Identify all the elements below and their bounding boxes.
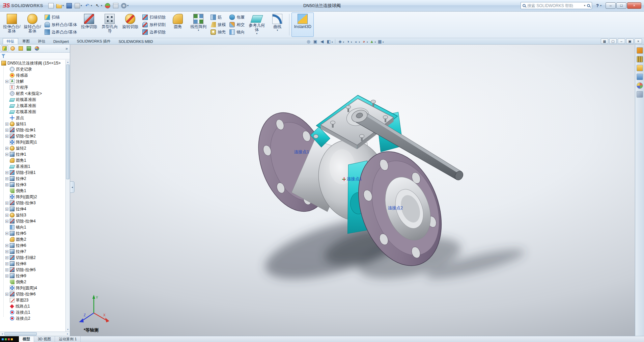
chevron-down-icon[interactable]: ▾ xyxy=(383,41,384,44)
open-button[interactable]: ▾ xyxy=(55,2,65,9)
options-button[interactable]: ▾ xyxy=(120,2,130,9)
tree-item[interactable]: 传感器 xyxy=(0,72,70,78)
previous-view-button[interactable]: ◀ xyxy=(319,39,325,44)
tree-item[interactable]: +拉伸7 xyxy=(0,248,70,255)
expand-toggle[interactable]: + xyxy=(5,80,8,83)
tree-item[interactable]: 倒角2 xyxy=(0,279,70,285)
chevron-down-icon[interactable]: ▾ xyxy=(351,41,352,44)
pane-tile-button[interactable]: ▦ xyxy=(601,38,608,44)
doc-close-button[interactable]: × xyxy=(635,38,642,44)
tree-item[interactable]: 阵列(圆周)4 xyxy=(0,285,70,291)
expand-toggle[interactable]: + xyxy=(5,183,8,186)
revolve-cut-button[interactable]: 旋转切除 xyxy=(120,12,140,37)
help-menu-button[interactable]: ? ▾ xyxy=(595,3,603,8)
save-button[interactable] xyxy=(65,2,73,9)
view-orientation-button[interactable]: ◈ xyxy=(337,39,343,44)
expand-toggle[interactable]: + xyxy=(5,171,8,174)
display-style-button[interactable]: ◑ xyxy=(345,39,351,44)
tree-vertical-scrollbar[interactable]: ▴ ▾ xyxy=(65,60,70,332)
tree-item[interactable]: 历史记录 xyxy=(0,66,70,72)
dimxpertmanager-tab[interactable] xyxy=(25,45,32,52)
maximize-button[interactable]: □ xyxy=(616,2,626,9)
zoom-to-fit-button[interactable]: ◎ xyxy=(305,39,312,44)
tab-模型[interactable]: 模型 xyxy=(19,336,34,342)
tree-item[interactable]: +拉伸9 xyxy=(0,273,70,279)
design-library-icon[interactable] xyxy=(637,56,643,62)
tree-item[interactable]: +拉伸3 xyxy=(0,182,70,188)
tree-item[interactable]: 连接点2 xyxy=(0,315,70,321)
search-scope-caret[interactable]: ▾ xyxy=(584,4,585,7)
expand-toggle[interactable]: + xyxy=(5,135,8,138)
chevron-down-icon[interactable]: ▾ xyxy=(343,41,344,44)
tree-item[interactable]: +切除-拉伸5 xyxy=(0,267,70,273)
tree-item[interactable]: +切除-拉伸1 xyxy=(0,127,70,133)
chevron-down-icon[interactable]: ▾ xyxy=(375,41,376,44)
tree-item[interactable]: +拉伸1 xyxy=(0,151,70,157)
doc-restore-button[interactable]: ▣ xyxy=(626,38,634,44)
tab-SOLIDWORKS MBD[interactable]: SOLIDWORKS MBD xyxy=(114,38,157,44)
tree-item[interactable]: +旋转2 xyxy=(0,145,70,151)
tree-item[interactable]: +注解 xyxy=(0,78,70,84)
panel-tabs-overflow-button[interactable]: » xyxy=(65,46,69,51)
tree-horizontal-scrollbar[interactable]: ◂ ▸ xyxy=(0,332,70,336)
resources-icon[interactable] xyxy=(637,47,643,54)
featuremanager-tab[interactable] xyxy=(1,45,8,52)
close-button[interactable]: × xyxy=(627,2,641,9)
scroll-up-icon[interactable]: ▴ xyxy=(66,60,70,64)
linear-pattern-button[interactable]: 线性阵列▾ xyxy=(189,12,208,37)
tree-item[interactable]: 连接点1 xyxy=(0,309,70,315)
tree-item[interactable]: 基准面1 xyxy=(0,163,70,169)
scrollbar-thumb[interactable] xyxy=(4,332,37,336)
configurationmanager-tab[interactable] xyxy=(17,45,24,52)
tree-root-item[interactable]: DN50法兰连接球阀 (15<<15> xyxy=(0,60,70,66)
tab-SOLIDWORKS 插件[interactable]: SOLIDWORKS 插件 xyxy=(73,38,115,44)
tree-item[interactable]: +旋转1 xyxy=(0,121,70,127)
shell-button[interactable]: 抽壳 xyxy=(211,29,226,36)
file-properties-button[interactable] xyxy=(112,2,119,9)
scrollbar-track[interactable] xyxy=(37,332,65,336)
section-view-button[interactable]: ◧ xyxy=(326,39,332,44)
expand-toggle[interactable]: + xyxy=(5,244,8,247)
expand-toggle[interactable]: + xyxy=(5,274,8,278)
tab-评估[interactable]: 评估 xyxy=(34,38,49,44)
pane-single-button[interactable]: ▢ xyxy=(609,38,617,44)
mirror-button[interactable]: 镜向 xyxy=(229,29,245,36)
rib-button[interactable]: 筋 xyxy=(211,14,226,21)
hole-wizard-button[interactable]: 异型孔向导 xyxy=(100,12,119,37)
tree-item[interactable]: 倒角1 xyxy=(0,188,70,194)
new-document-button[interactable] xyxy=(47,2,55,9)
expand-toggle[interactable]: + xyxy=(5,232,8,235)
tree-item[interactable]: 方程序 xyxy=(0,84,70,90)
expand-toggle[interactable]: + xyxy=(5,256,8,259)
sweep-cut-button[interactable]: 扫描切除 xyxy=(142,14,166,21)
expand-toggle[interactable]: + xyxy=(5,250,8,253)
tree-item[interactable]: 原点 xyxy=(0,115,70,121)
expand-toggle[interactable]: + xyxy=(5,268,8,271)
boundary-button[interactable]: 边界凸台/基体 xyxy=(45,29,77,36)
tree-item[interactable]: +切除-拉伸6 xyxy=(0,291,70,297)
tree-item[interactable]: +切除-扫描2 xyxy=(0,255,70,261)
intersect-button[interactable]: 相交 xyxy=(229,21,245,28)
expand-toggle[interactable]: + xyxy=(5,153,8,156)
chevron-down-icon[interactable]: ▾ xyxy=(367,41,368,44)
expand-toggle[interactable]: + xyxy=(5,220,8,223)
expand-toggle[interactable]: + xyxy=(5,293,8,296)
wrap-button[interactable]: 包覆 xyxy=(229,14,245,21)
tab-特征[interactable]: 特征 xyxy=(3,38,18,44)
displaymanager-tab[interactable] xyxy=(33,45,40,52)
tree-item[interactable]: +拉伸5 xyxy=(0,230,70,236)
valve-3d-model[interactable] xyxy=(70,45,635,336)
tree-item[interactable]: +切除-拉伸3 xyxy=(0,200,70,206)
tree-item[interactable]: 草图23 xyxy=(0,297,70,303)
draft-button[interactable]: 拔模 xyxy=(211,21,226,28)
tab-草图[interactable]: 草图 xyxy=(18,38,34,44)
file-explorer-icon[interactable] xyxy=(637,65,643,71)
tree-item[interactable]: +拉伸6 xyxy=(0,242,70,248)
tab-3D 视图[interactable]: 3D 视图 xyxy=(34,336,55,342)
appearances-icon[interactable] xyxy=(637,82,643,89)
doc-minimize-button[interactable]: – xyxy=(618,38,625,44)
expand-toggle[interactable]: + xyxy=(5,262,8,265)
ref-geometry-button[interactable]: 参考几何体▾ xyxy=(247,12,267,37)
scroll-left-icon[interactable]: ◂ xyxy=(0,332,4,336)
extrude-cut-button[interactable]: 拉伸切除 xyxy=(79,12,99,37)
